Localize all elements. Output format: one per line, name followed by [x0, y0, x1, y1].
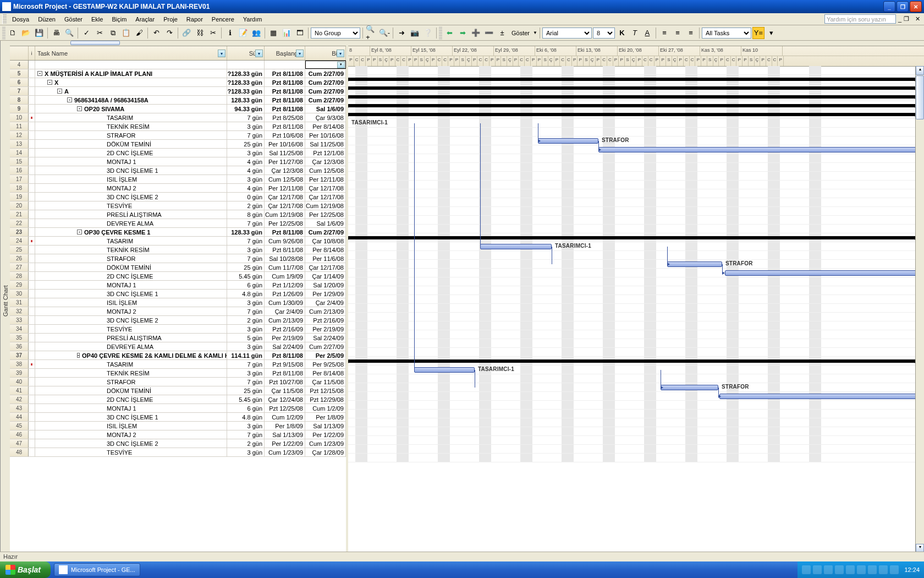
table-row[interactable]: 193D CNC İŞLEME 20 günÇar 12/17/08Çar 12…: [10, 193, 346, 201]
duration-cell[interactable]: 128.33 gün: [227, 96, 265, 104]
row-header[interactable]: 41: [10, 386, 29, 395]
taskname-cell[interactable]: -OP20 SIVAMA: [35, 105, 227, 113]
tray-icon[interactable]: [868, 565, 877, 574]
menu-proje[interactable]: Proje: [159, 15, 182, 24]
gantt-row[interactable]: [348, 330, 924, 339]
gantt-row[interactable]: [348, 198, 924, 207]
gantt-row[interactable]: [348, 445, 924, 454]
system-tray[interactable]: 12:24: [798, 561, 924, 578]
duration-cell[interactable]: 5 gün: [227, 334, 265, 342]
gantt-row[interactable]: [348, 286, 924, 295]
duration-cell[interactable]: 94.33 gün: [227, 105, 265, 113]
duration-cell[interactable]: 3 gün: [227, 175, 265, 183]
outline-toggle-icon[interactable]: -: [47, 80, 52, 85]
start-cell[interactable]: Pzt 9/15/08: [265, 360, 305, 368]
taskname-cell[interactable]: 3D CNC İŞLEME 2: [35, 316, 227, 324]
gantt-row[interactable]: [348, 427, 924, 436]
finish-cell[interactable]: Çar 9/3/08: [305, 113, 346, 122]
taskname-cell[interactable]: TEKNİK RESİM: [35, 122, 227, 130]
taskname-cell[interactable]: TASARIM: [35, 360, 227, 368]
select-all-header[interactable]: [10, 46, 29, 60]
gantt-row[interactable]: [348, 277, 924, 286]
duration-cell[interactable]: ?128.33 gün: [227, 78, 265, 86]
table-row[interactable]: 27DÖKÜM TEMİNİ25 günCum 11/7/08Çar 12/17…: [10, 263, 346, 272]
finish-cell[interactable]: Cum 2/13/09: [305, 307, 346, 315]
start-cell[interactable]: Pzt 2/16/09: [265, 325, 305, 333]
toolbar-grip[interactable]: [2, 27, 6, 39]
gantt-row[interactable]: [348, 154, 924, 163]
duration-cell[interactable]: 3 gün: [227, 369, 265, 377]
hide-assign-icon[interactable]: ±: [496, 27, 508, 39]
start-cell[interactable]: Cum 9/26/08: [265, 237, 305, 245]
underline-icon[interactable]: A: [641, 27, 653, 39]
row-header[interactable]: 31: [10, 298, 29, 307]
finish-cell[interactable]: Çar 12/17/08: [305, 193, 346, 201]
gantt-row[interactable]: [348, 260, 924, 269]
gantt-row[interactable]: [348, 251, 924, 260]
menu-bicim[interactable]: Biçim: [107, 15, 131, 24]
taskname-cell[interactable]: ISIL İŞLEM: [35, 175, 227, 183]
copy-icon[interactable]: ⧉: [107, 27, 119, 39]
start-cell[interactable]: Cum 1/23/09: [265, 448, 305, 456]
goto-icon[interactable]: ➜: [395, 27, 408, 39]
menu-dosya[interactable]: Dosya: [8, 15, 34, 24]
start-cell[interactable]: Pzt 8/11/08: [265, 69, 305, 78]
table-row[interactable]: 26STRAFOR7 günSal 10/28/08Per 11/6/08: [10, 254, 346, 263]
gantt-row[interactable]: [348, 454, 924, 462]
table-row[interactable]: 24∎TASARIM7 günCum 9/26/08Çar 10/8/08: [10, 237, 346, 246]
start-cell[interactable]: Cum 2/13/09: [265, 316, 305, 324]
start-cell[interactable]: Pzt 1/12/09: [265, 281, 305, 289]
start-cell[interactable]: Pzt 8/11/08: [265, 78, 305, 86]
dropdown-icon[interactable]: ▾: [337, 62, 345, 68]
finish-cell[interactable]: Per 1/29/09: [305, 290, 346, 298]
start-cell[interactable]: Sal 10/28/08: [265, 254, 305, 263]
dropdown-icon[interactable]: ▾: [255, 50, 263, 57]
finish-cell[interactable]: Çar 10/8/08: [305, 237, 346, 245]
note-icon[interactable]: 📝: [237, 27, 249, 39]
taskname-cell[interactable]: PRESLİ ALIŞTIRMA: [35, 210, 227, 219]
start-cell[interactable]: Çar 12/24/08: [265, 395, 305, 403]
duration-cell[interactable]: 3 gün: [227, 298, 265, 307]
duration-cell[interactable]: 7 gün: [227, 430, 265, 439]
start-button[interactable]: Başlat: [0, 561, 51, 578]
task-bar[interactable]: [414, 367, 475, 373]
table-row[interactable]: 163D CNC İŞLEME 14 günÇar 12/3/08Cum 12/…: [10, 166, 346, 175]
duration-cell[interactable]: 4 gün: [227, 166, 265, 175]
duration-cell[interactable]: 7 gün: [227, 113, 265, 122]
copy-pic-icon[interactable]: 📷: [409, 27, 421, 39]
duration-cell[interactable]: 7 gün: [227, 360, 265, 368]
table-row[interactable]: 13DÖKÜM TEMİNİ25 günPer 10/16/08Sal 11/2…: [10, 140, 346, 149]
row-header[interactable]: 12: [10, 131, 29, 139]
clock[interactable]: 12:24: [904, 566, 920, 573]
row-header[interactable]: 11: [10, 122, 29, 130]
taskbar-app-button[interactable]: Microsoft Project - GE...: [54, 563, 140, 576]
start-cell[interactable]: Per 10/16/08: [265, 140, 305, 148]
taskname-header[interactable]: Task Name▾: [35, 46, 227, 60]
row-header[interactable]: 39: [10, 369, 29, 377]
row-header[interactable]: 32: [10, 307, 29, 315]
table-row[interactable]: 8-968634148A / 968634158A128.33 günPzt 8…: [10, 96, 346, 105]
row-header[interactable]: 48: [10, 448, 29, 456]
row-header[interactable]: 9: [10, 105, 29, 113]
row-header[interactable]: 4: [10, 61, 29, 69]
outline-toggle-icon[interactable]: -: [57, 89, 62, 94]
start-cell[interactable]: Pzt 10/6/08: [265, 131, 305, 139]
row-header[interactable]: 35: [10, 334, 29, 342]
row-header[interactable]: 21: [10, 210, 29, 219]
table-row[interactable]: 41DÖKÜM TEMİNİ25 günÇar 11/5/08Pzt 12/15…: [10, 386, 346, 395]
gantt-row[interactable]: [348, 242, 924, 251]
start-cell[interactable]: Cum 12/19/08: [265, 210, 305, 219]
table-row[interactable]: 20TESVİYE2 günÇar 12/17/08Cum 12/19/08: [10, 201, 346, 210]
gantt-row[interactable]: [348, 401, 924, 410]
table-row[interactable]: 40STRAFOR7 günPzt 10/27/08Çar 11/5/08: [10, 378, 346, 386]
menu-rapor[interactable]: Rapor: [182, 15, 207, 24]
gantt-row[interactable]: [348, 383, 924, 392]
info-icon[interactable]: ℹ: [224, 27, 236, 39]
duration-cell[interactable]: 2 gün: [227, 316, 265, 324]
row-header[interactable]: 13: [10, 140, 29, 148]
table-row[interactable]: 46MONTAJ 27 günSal 1/13/09Per 1/22/09: [10, 430, 346, 439]
taskname-cell[interactable]: 3D CNC İŞLEME 2: [35, 439, 227, 448]
row-header[interactable]: 40: [10, 378, 29, 386]
start-cell[interactable]: Pzt 1/26/09: [265, 290, 305, 298]
start-cell[interactable]: Pzt 8/11/08: [265, 369, 305, 377]
